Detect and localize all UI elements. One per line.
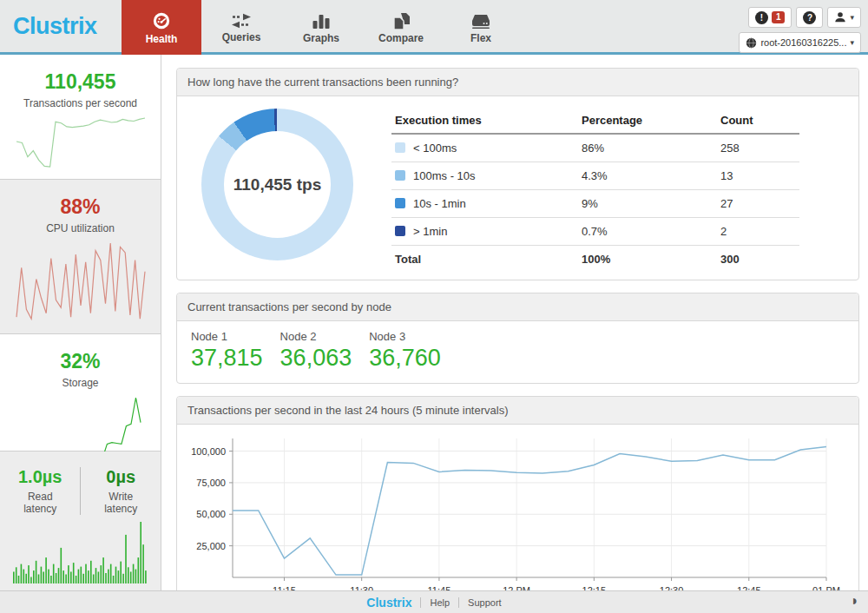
metric-label: Storage: [0, 377, 161, 389]
globe-icon: [746, 37, 757, 49]
metrics-sidebar: 110,455 Transactions per second 88% CPU …: [0, 55, 161, 590]
metric-latency[interactable]: 1.0µs Read latency 0µs Write latency: [0, 452, 161, 590]
page-footer: Clustrix Help Support ◑: [0, 590, 868, 613]
chevron-down-icon: ▾: [850, 38, 854, 47]
disk-drive-icon: [471, 13, 490, 30]
tps-line-chart: 11:1511:3011:4512 PM12:1512:3012:4501 PM…: [182, 428, 849, 590]
contrast-toggle-icon[interactable]: ◑: [849, 593, 858, 609]
node-stat: Node 2 36,063: [280, 330, 352, 372]
tab-label: Queries: [222, 31, 261, 43]
svg-text:50,000: 50,000: [196, 509, 226, 519]
bucket-label: > 1min: [413, 225, 447, 238]
node-stat: Node 1 37,815: [191, 330, 263, 372]
tab-flex[interactable]: Flex: [441, 0, 521, 55]
help-button[interactable]: ?: [796, 7, 823, 28]
read-latency-label: Read latency: [10, 491, 69, 515]
column-header: Execution times: [391, 109, 578, 134]
bucket-percentage: 4.3%: [578, 162, 717, 190]
tps-sparkline: [16, 115, 146, 177]
node-name: Node 2: [280, 330, 352, 343]
alert-count-badge: 1: [772, 11, 786, 23]
user-icon: [834, 11, 846, 23]
per-node-panel: Current transactions per second by node …: [176, 293, 859, 384]
node-stat: Node 3 36,760: [369, 330, 441, 372]
main-content: How long have the current transactions b…: [161, 55, 868, 590]
tab-label: Health: [146, 33, 178, 45]
column-header: Count: [717, 109, 799, 134]
total-label: Total: [391, 246, 578, 274]
latency-sparkline: [13, 520, 148, 584]
panel-title: How long have the current transactions b…: [177, 69, 858, 96]
node-name: Node 3: [369, 330, 441, 343]
bucket-percentage: 0.7%: [578, 218, 717, 246]
svg-text:25,000: 25,000: [196, 541, 226, 551]
bucket-label: 100ms - 10s: [413, 169, 476, 182]
table-row: 10s - 1min 9% 27: [391, 190, 799, 218]
panel-title: Current transactions per second by node: [177, 293, 858, 321]
bucket-count: 13: [717, 162, 799, 190]
help-link[interactable]: Help: [420, 597, 450, 608]
bucket-label: 10s - 1min: [413, 197, 466, 210]
metric-label: CPU utilization: [0, 222, 161, 234]
donut-center-label: 110,455 tps: [201, 109, 353, 260]
tab-compare[interactable]: Compare: [361, 0, 441, 55]
tab-label: Flex: [470, 32, 491, 44]
gauge-icon: [152, 11, 171, 30]
legend-swatch: [395, 226, 405, 236]
panel-title: Transactions per second in the last 24 h…: [177, 397, 858, 425]
execution-table: Execution times Percentage Count < 100ms…: [391, 109, 799, 273]
svg-text:75,000: 75,000: [196, 478, 226, 488]
transfer-arrows-icon: [231, 13, 252, 29]
cpu-sparkline: [16, 240, 146, 328]
legend-swatch: [395, 198, 405, 208]
bucket-count: 2: [717, 218, 799, 246]
table-total-row: Total 100% 300: [391, 246, 799, 274]
node-value: 36,063: [280, 345, 352, 372]
metric-cpu-utilization[interactable]: 88% CPU utilization: [0, 180, 161, 334]
table-row: < 100ms 86% 258: [391, 134, 799, 162]
alerts-button[interactable]: ! 1: [748, 7, 792, 28]
metric-storage[interactable]: 32% Storage: [0, 334, 161, 452]
metric-value: 32%: [0, 350, 161, 373]
chevron-down-icon: ▾: [850, 13, 854, 22]
svg-text:100,000: 100,000: [191, 446, 226, 457]
bucket-percentage: 86%: [578, 134, 717, 162]
write-latency-value: 0µs: [91, 467, 150, 487]
total-percentage: 100%: [578, 246, 717, 274]
execution-times-panel: How long have the current transactions b…: [176, 68, 859, 280]
write-latency-label: Write latency: [91, 491, 150, 515]
table-row: 100ms - 10s 4.3% 13: [391, 162, 799, 190]
tab-label: Compare: [378, 32, 424, 44]
node-value: 36,760: [369, 345, 441, 372]
timeseries-panel: Transactions per second in the last 24 h…: [176, 396, 859, 590]
app-logo[interactable]: Clustrix: [0, 0, 122, 52]
read-latency-value: 1.0µs: [10, 467, 69, 487]
tab-health[interactable]: Health: [122, 0, 201, 55]
metric-value: 110,455: [0, 70, 161, 94]
tab-label: Graphs: [303, 32, 339, 44]
alert-icon: !: [755, 11, 768, 24]
column-header: Percentage: [578, 109, 717, 134]
nav-controls: ! 1 ? ▾ root-20160316225.: [739, 7, 861, 53]
bar-chart-icon: [312, 12, 331, 30]
table-row: > 1min 0.7% 2: [391, 218, 799, 246]
user-menu-button[interactable]: ▾: [827, 7, 861, 28]
metric-value: 88%: [0, 195, 161, 219]
support-link[interactable]: Support: [458, 597, 502, 608]
session-dropdown[interactable]: root-20160316225... ▾: [739, 32, 861, 53]
metric-label: Transactions per second: [0, 97, 161, 109]
footer-logo[interactable]: Clustrix: [366, 596, 411, 610]
bucket-label: < 100ms: [413, 142, 457, 155]
documents-icon: [391, 12, 411, 30]
help-icon: ?: [803, 11, 816, 24]
legend-swatch: [395, 142, 405, 153]
metric-transactions-per-second[interactable]: 110,455 Transactions per second: [0, 55, 161, 180]
tab-graphs[interactable]: Graphs: [281, 0, 361, 55]
legend-swatch: [395, 170, 405, 181]
top-nav: Clustrix Health Queries Graphs: [0, 0, 868, 55]
total-count: 300: [717, 246, 799, 274]
tab-queries[interactable]: Queries: [201, 0, 281, 55]
execution-donut: 110,455 tps: [201, 109, 353, 260]
node-name: Node 1: [191, 330, 263, 343]
bucket-count: 258: [717, 134, 799, 162]
